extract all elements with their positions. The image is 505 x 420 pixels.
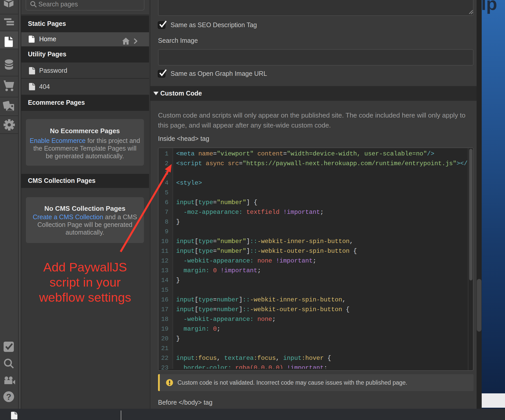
- svg-text:?: ?: [6, 392, 11, 402]
